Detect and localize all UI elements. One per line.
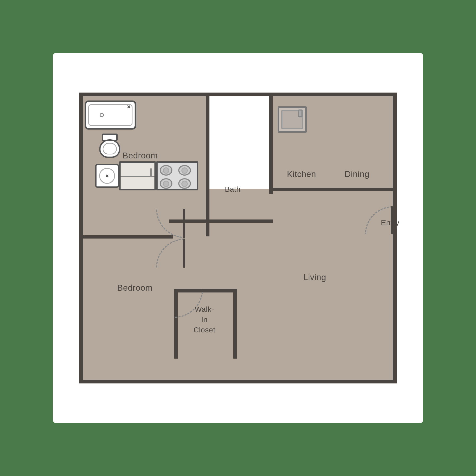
kitchen-sink-area <box>272 99 304 130</box>
bedroom-top-door-arc <box>156 209 185 238</box>
bedroom-bottom-door-area <box>156 239 185 268</box>
bath-sink-inner <box>99 168 115 184</box>
burner-4 <box>178 178 191 189</box>
dining-label: Dining <box>331 169 383 179</box>
bedroom-bottom-door-arc <box>156 239 185 268</box>
fridge-handle <box>150 168 152 176</box>
bath-label: Bath <box>209 185 257 194</box>
bath-sink <box>95 164 119 188</box>
bathtub <box>85 100 136 130</box>
wall-v-bath-left <box>206 96 209 219</box>
bathtub-inner <box>88 104 132 126</box>
bedroom-top-door-panel <box>183 209 185 238</box>
walkin-closet-label: Walk-InCloset <box>177 304 232 335</box>
refrigerator <box>119 161 156 190</box>
burner-3 <box>160 178 172 189</box>
living-label: Living <box>275 272 354 282</box>
bedroom-top-label: Bedroom <box>100 151 180 161</box>
wall-v-closet-right <box>233 289 237 359</box>
bedroom-bottom-door-panel <box>183 239 185 268</box>
burner-1 <box>160 165 172 176</box>
fridge-divider <box>121 176 154 177</box>
kitchen-faucet <box>298 109 303 117</box>
bedroom-bottom-label: Bedroom <box>95 283 175 293</box>
entry-label: Entry <box>381 218 399 227</box>
floor-plan: Bedroom Bath Kitchen Dining Living Bedro… <box>79 93 397 383</box>
stove <box>156 161 198 190</box>
wall-h-kitchen-bottom <box>269 188 393 191</box>
burner-2 <box>178 165 191 176</box>
kitchen-label: Kitchen <box>275 169 328 179</box>
closet-door-panel <box>174 289 203 291</box>
kitchen-sink <box>278 106 307 133</box>
stove-burners <box>160 165 194 189</box>
bathtub-drain <box>100 113 104 117</box>
bedroom-top-door-area <box>156 209 185 238</box>
floor-plan-container: Bedroom Bath Kitchen Dining Living Bedro… <box>53 53 423 423</box>
bathtub-faucet <box>126 104 131 109</box>
